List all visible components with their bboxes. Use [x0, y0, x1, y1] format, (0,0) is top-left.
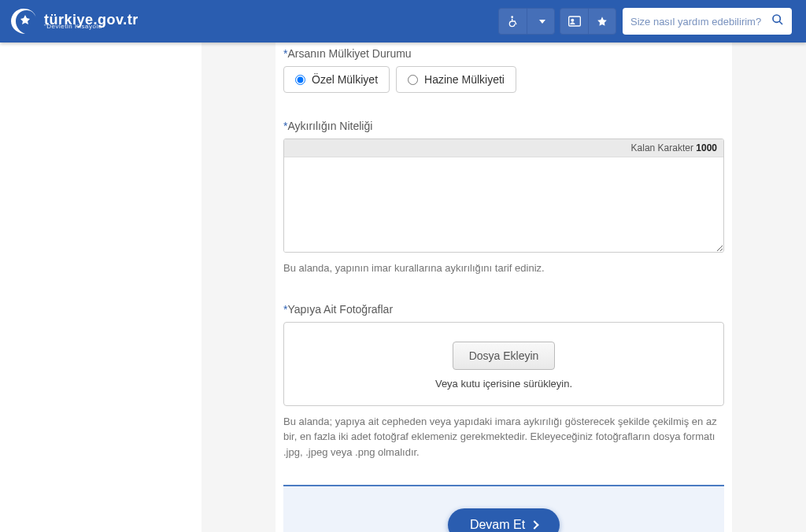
content-wrap: *Arsanın Mülkiyet Durumu Özel Mülkiyet H… [202, 42, 806, 532]
violation-textarea[interactable] [284, 157, 723, 252]
svg-point-2 [571, 19, 574, 22]
topbar-actions [494, 8, 792, 35]
accessibility-menu-button[interactable] [527, 8, 555, 35]
search-icon[interactable] [771, 13, 784, 29]
field-photos: *Yapıya Ait Fotoğraflar Dosya Ekleyin Ve… [283, 284, 724, 468]
ownership-label: *Arsanın Mülkiyet Durumu [283, 47, 724, 60]
id-card-icon [568, 16, 581, 27]
top-header: türkiye.gov.tr "Devletin Kısayolu" [0, 0, 806, 42]
search-box[interactable] [623, 8, 792, 35]
ownership-radio-private[interactable] [295, 75, 305, 85]
logo-mark [8, 6, 39, 37]
field-ownership: *Arsanın Mülkiyet Durumu Özel Mülkiyet H… [283, 42, 724, 101]
page-body: *Arsanın Mülkiyet Durumu Özel Mülkiyet H… [0, 0, 806, 532]
upload-dropzone[interactable]: Dosya Ekleyin Veya kutu içerisine sürükl… [283, 322, 724, 406]
violation-textarea-wrap: Kalan Karakter 1000 [283, 139, 724, 253]
photos-helper: Bu alanda; yapıya ait cepheden veya yapı… [283, 414, 724, 460]
violation-label: *Aykırılığın Niteliği [283, 120, 724, 132]
violation-helper: Bu alanda, yapının imar kurallarına aykı… [283, 260, 724, 276]
continue-button[interactable]: Devam Et [448, 508, 560, 532]
form-content: *Arsanın Mülkiyet Durumu Özel Mülkiyet H… [275, 42, 732, 532]
ownership-option-label: Özel Mülkiyet [312, 73, 378, 86]
ownership-radio-treasury[interactable] [408, 75, 418, 85]
ownership-option-treasury[interactable]: Hazine Mülkiyeti [396, 66, 516, 93]
star-icon [597, 16, 608, 27]
logo-subtext: "Devletin Kısayolu" [44, 24, 139, 30]
ownership-option-private[interactable]: Özel Mülkiyet [283, 66, 390, 93]
drag-hint: Veya kutu içerisine sürükleyin. [292, 378, 715, 390]
char-counter: Kalan Karakter 1000 [284, 139, 723, 157]
site-logo[interactable]: türkiye.gov.tr "Devletin Kısayolu" [8, 6, 139, 37]
left-sidebar [0, 42, 202, 532]
wheelchair-icon [507, 15, 519, 28]
ownership-option-label: Hazine Mülkiyeti [424, 73, 505, 86]
add-file-button[interactable]: Dosya Ekleyin [453, 342, 556, 370]
logo-text-wrap: türkiye.gov.tr "Devletin Kısayolu" [44, 13, 139, 30]
identity-button[interactable] [560, 8, 588, 35]
chevron-down-icon [539, 20, 545, 24]
svg-line-4 [779, 21, 782, 24]
ownership-radio-group: Özel Mülkiyet Hazine Mülkiyeti [283, 66, 724, 93]
svg-rect-1 [568, 17, 580, 26]
photos-label: *Yapıya Ait Fotoğraflar [283, 303, 724, 316]
accessibility-button[interactable] [498, 8, 527, 35]
svg-point-3 [773, 15, 780, 22]
chevron-right-icon [530, 520, 538, 529]
search-input[interactable] [630, 16, 771, 28]
field-violation: *Aykırılığın Niteliği Kalan Karakter 100… [283, 101, 724, 284]
svg-point-0 [511, 16, 513, 18]
continue-label: Devam Et [470, 518, 525, 532]
action-bar: Devam Et [283, 485, 724, 532]
favorite-button[interactable] [588, 8, 616, 35]
